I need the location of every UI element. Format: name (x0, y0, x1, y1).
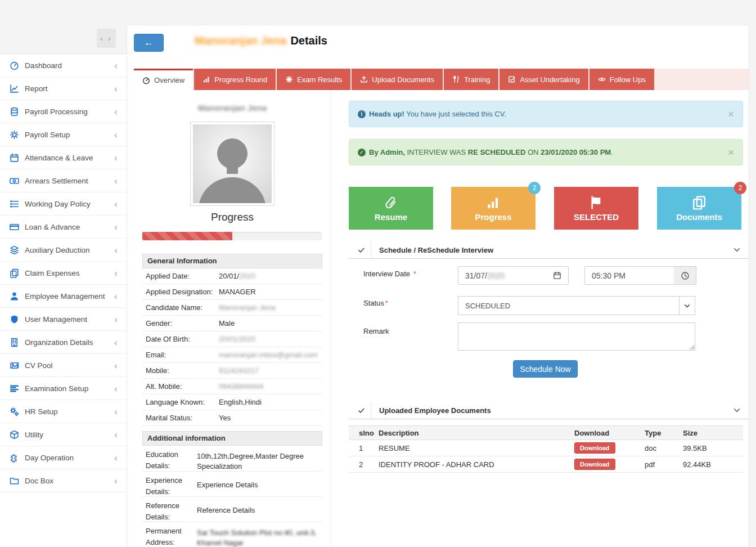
sidebar-item-examination-setup[interactable]: Examination Setup ‹ (0, 377, 127, 400)
download-button[interactable]: Download (574, 442, 615, 454)
chevron-left-icon: ‹ (114, 153, 118, 163)
sidebar-item-organization-details[interactable]: Organization Details ‹ (0, 331, 127, 354)
back-button[interactable]: ← (134, 34, 164, 52)
profile-photo (190, 122, 274, 206)
sidebar-item-label: Claim Expenses (25, 269, 114, 277)
sidebar-item-dashboard[interactable]: Dashboard ‹ (0, 54, 127, 77)
sidebar-item-label: Examination Setup (25, 384, 114, 393)
info-icon: i (358, 110, 366, 118)
sidebar-item-employee-management[interactable]: Employee Management ‹ (0, 285, 127, 308)
tab-label: Training (464, 75, 490, 84)
bar-chart-icon (202, 75, 210, 83)
info-row: Email:manoranjan.inbox@gmail.com (142, 347, 322, 363)
sidebar-item-doc-box[interactable]: Doc Box ‹ (0, 469, 127, 492)
chevron-down-icon (679, 297, 695, 315)
chevron-left-icon: ‹ (114, 61, 118, 70)
sidebar-item-report[interactable]: Report ‹ (0, 77, 127, 100)
tab-label: Exam Results (297, 75, 342, 84)
interview-time-input[interactable]: 05:30 PM (584, 266, 674, 285)
sidebar-item-label: Payroll Processing (25, 107, 114, 116)
sidebar-item-user-management[interactable]: User Management ‹ (0, 308, 127, 331)
download-button[interactable]: Download (574, 459, 615, 470)
resume-card[interactable]: Resume (349, 187, 433, 230)
chevron-left-icon: ‹ (114, 453, 118, 463)
section-title: Schedule / ReSchedule Interview (379, 246, 493, 254)
cube-icon (10, 430, 25, 440)
sidebar-item-label: Auxiliary Deduction (25, 246, 114, 254)
layers-icon (10, 245, 25, 255)
dashboard-icon (10, 61, 25, 70)
info-row: Mobile:9114243217 (142, 363, 322, 379)
sidebar-item-arrears-settlement[interactable]: Arrears Settlement ‹ (0, 169, 127, 192)
sidebar-item-utility[interactable]: Utility ‹ (0, 423, 127, 446)
close-icon[interactable]: × (728, 147, 734, 158)
page-title: Manoranjan JenaDetails (195, 34, 327, 47)
chevron-left-icon: ‹ (114, 268, 118, 278)
remark-textarea[interactable] (458, 322, 695, 351)
chevron-down-icon[interactable] (733, 246, 741, 254)
documents-copy-icon (692, 195, 706, 210)
credit-card-icon (10, 222, 25, 232)
tab-asset-undertaking[interactable]: Asset Undertaking (500, 69, 588, 90)
sidebar-item-claim-expenses[interactable]: Claim Expenses ‹ (0, 262, 127, 285)
clock-icon (681, 271, 690, 280)
schedule-now-button[interactable]: Schedule Now (513, 360, 578, 378)
sidebar-item-payroll-setup[interactable]: Payroll Setup ‹ (0, 123, 127, 146)
align-bars-icon (10, 384, 25, 393)
sidebar-item-label: HR Setup (25, 407, 114, 416)
tab-upload-documents[interactable]: Upload Documents (352, 69, 443, 90)
chevron-down-icon[interactable] (733, 406, 741, 414)
interview-date-input[interactable]: 31/07/2020 (458, 266, 569, 285)
documents-card[interactable]: Documents 2 (657, 187, 741, 230)
sidebar-item-hr-setup[interactable]: HR Setup ‹ (0, 400, 127, 423)
info-row: Applied Designation:MANAGER (142, 284, 322, 300)
tab-label: Upload Documents (372, 75, 434, 84)
tab-label: Follow Ups (610, 75, 646, 84)
status-select[interactable]: SCHEDULED (458, 296, 695, 315)
asterisk-icon (285, 75, 293, 83)
sidebar-item-auxiliary-deduction[interactable]: Auxiliary Deduction ‹ (0, 239, 127, 262)
info-row: Experience Details:Experience Details (142, 472, 322, 497)
sidebar-item-label: Payroll Setup (25, 131, 114, 139)
eye-icon (598, 75, 606, 83)
tab-label: Overview (154, 76, 184, 84)
clock-addon[interactable] (674, 266, 696, 285)
count-badge: 2 (528, 182, 541, 194)
flag-icon (589, 195, 604, 210)
sidebar-item-cv-pool[interactable]: CV Pool ‹ (0, 354, 127, 377)
sidebar-item-attendance-leave[interactable]: Attendance & Leave ‹ (0, 146, 127, 169)
tab-training[interactable]: Training (444, 69, 498, 90)
selected-card[interactable]: SELECTED (554, 187, 638, 230)
documents-table: slno Description Download Type Size 1 RE… (349, 425, 743, 473)
sidebar-item-working-day-policy[interactable]: Working Day Policy ‹ (0, 192, 127, 216)
progress-bar (142, 232, 322, 240)
tab-overview[interactable]: Overview (134, 69, 193, 90)
chevron-left-icon: ‹ (114, 107, 118, 116)
interview-date-label: Interview Date * (363, 270, 416, 278)
chevron-left-icon: ‹ (114, 130, 118, 140)
progress-card[interactable]: Progress 2 (451, 187, 536, 230)
sidebar-item-payroll-processing[interactable]: Payroll Processing ‹ (0, 100, 127, 123)
check-circle-icon: ✓ (358, 149, 366, 156)
section-title: Uploaded Employee Documents (379, 406, 491, 415)
sidebar-item-label: Working Day Policy (25, 200, 114, 208)
tab-follow-ups[interactable]: Follow Ups (590, 69, 654, 90)
sidebar-item-day-operation[interactable]: Day Operation ‹ (0, 446, 127, 469)
table-header-row: slno Description Download Type Size (349, 425, 743, 440)
image-card-icon (10, 361, 25, 370)
chevron-left-icon: ‹ (114, 338, 118, 347)
user-icon (10, 292, 25, 301)
avatar-silhouette-icon (193, 124, 272, 203)
table-row: 1 RESUME Download doc 39.5KB (349, 440, 743, 456)
sidebar-item-loan-advance[interactable]: Loan & Advance ‹ (0, 216, 127, 239)
progress-bar-fill (142, 232, 232, 240)
sidebar-item-label: Day Operation (25, 454, 114, 462)
tab-exam-results[interactable]: Exam Results (277, 69, 350, 90)
gear-icon (10, 130, 25, 140)
close-icon[interactable]: × (728, 109, 734, 119)
tab-progress-round[interactable]: Progress Round (194, 69, 276, 90)
schedule-section-header: Schedule / ReSchedule Interview (349, 241, 749, 259)
chevron-left-icon: ‹ (114, 361, 118, 370)
sidebar-item-label: CV Pool (25, 361, 114, 370)
sidebar-collapse-button[interactable]: ‹ › (97, 29, 116, 48)
